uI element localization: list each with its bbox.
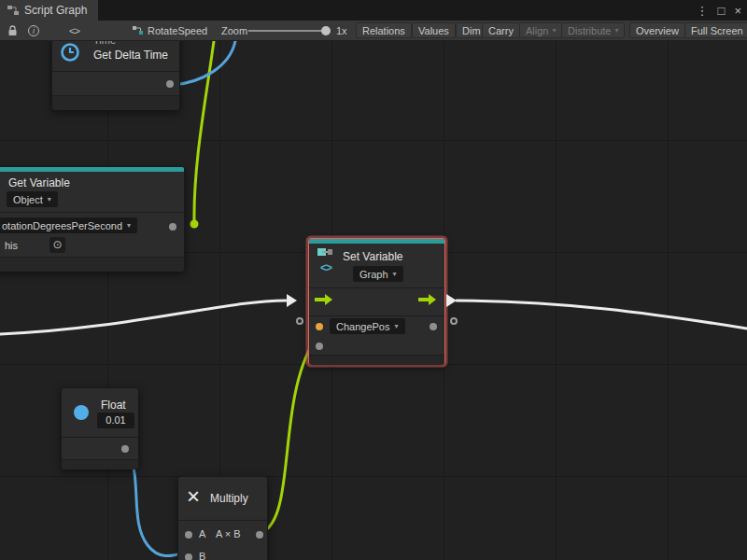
node-set-variable[interactable]: <> Set Variable Graph ▾ ChangePos ▾	[308, 238, 445, 365]
zoom-label: Zoom	[221, 21, 247, 40]
variable-name-port[interactable]	[316, 323, 323, 330]
chevron-down-icon: ▾	[48, 196, 51, 203]
close-icon[interactable]: ×	[734, 4, 741, 18]
node-title: Set Variable	[343, 250, 402, 263]
graph-name: RotateSpeed	[148, 25, 207, 36]
wire-endpoint-dot[interactable]	[190, 220, 199, 229]
chevron-down-icon: ▾	[393, 271, 397, 278]
flow-arrow-right-icon	[446, 294, 457, 307]
node-get-variable[interactable]: Get Variable Object ▾ otationDegreesPerS…	[0, 166, 185, 272]
input-a-port[interactable]	[185, 531, 192, 539]
values-button[interactable]: Values	[412, 22, 456, 38]
flow-output-arrow-icon[interactable]	[418, 298, 430, 301]
chevron-down-icon: ▾	[127, 222, 131, 230]
variable-name-dropdown[interactable]: ChangePos ▾	[330, 318, 405, 334]
scope-dropdown[interactable]: Object ▾	[7, 191, 58, 207]
variable-icon	[317, 247, 333, 259]
multiply-icon: ×	[187, 486, 200, 507]
chevron-down-icon: ▾	[395, 323, 399, 330]
node-title: Get Delta Time	[93, 49, 168, 62]
tab-bar: Script Graph ⋮ □ ×	[0, 0, 747, 21]
target-icon: ⊙	[52, 238, 62, 251]
scope-dropdown[interactable]: Graph ▾	[353, 266, 403, 282]
target-picker[interactable]: ⊙	[49, 237, 65, 253]
node-float[interactable]: Float 0.01	[61, 387, 139, 469]
node-footer	[52, 95, 179, 110]
variable-name-dropdown[interactable]: otationDegreesPerSecond ▾	[0, 217, 137, 233]
input-value-port[interactable]	[316, 343, 323, 350]
lock-icon	[7, 25, 18, 36]
divider	[0, 212, 184, 213]
tab-script-graph[interactable]: Script Graph	[0, 0, 98, 21]
node-category: Time	[93, 41, 116, 46]
divider	[309, 287, 444, 288]
hollow-port-right[interactable]	[450, 317, 458, 325]
divider	[62, 437, 138, 438]
code-view-button[interactable]: <>	[69, 21, 79, 40]
window-controls: ⋮ □ ×	[697, 0, 741, 21]
accent-stripe	[0, 167, 184, 172]
input-a-label: A	[199, 528, 205, 539]
flow-input-arrow-icon[interactable]	[315, 298, 326, 301]
output-port[interactable]	[166, 80, 174, 88]
hollow-port-left[interactable]	[296, 317, 303, 325]
divider	[52, 71, 179, 72]
maximize-icon[interactable]: □	[718, 4, 726, 18]
clock-icon	[60, 42, 80, 63]
info-icon: i	[28, 25, 39, 36]
input-b-label: B	[199, 551, 205, 560]
full-screen-button[interactable]: Full Screen	[684, 22, 747, 38]
wire-flow-out[interactable]	[457, 301, 747, 329]
output-port[interactable]	[169, 223, 176, 231]
zoom-slider[interactable]	[248, 30, 327, 32]
overview-button[interactable]: Overview	[629, 22, 685, 38]
zoom-value: 1x	[336, 21, 347, 40]
distribute-button[interactable]: Distribute ▾	[561, 22, 625, 38]
window-menu-icon[interactable]: ⋮	[697, 4, 709, 18]
graph-icon: <>	[320, 261, 331, 274]
chevron-down-icon: ▾	[552, 27, 556, 35]
node-footer	[0, 257, 184, 272]
output-port[interactable]	[256, 531, 263, 539]
value-input[interactable]: 0.01	[97, 413, 134, 428]
node-title: Multiply	[210, 492, 248, 505]
float-icon	[74, 405, 89, 420]
node-footer	[309, 355, 444, 365]
graph-toolbar: i <> RotateSpeed Zoom 1x Relations Value…	[0, 21, 747, 41]
node-multiply[interactable]: × Multiply A A × B B	[177, 476, 268, 560]
node-footer	[62, 459, 138, 469]
relations-button[interactable]: Relations	[356, 22, 412, 38]
graph-breadcrumb[interactable]: RotateSpeed	[133, 21, 207, 40]
divider	[309, 315, 444, 316]
wire-to-delta-node[interactable]	[174, 41, 235, 85]
output-port[interactable]	[121, 445, 129, 453]
chevron-down-icon: ▾	[614, 27, 618, 35]
wire-multiply-to-set-variable[interactable]	[261, 342, 314, 533]
wire-flow-in[interactable]	[0, 301, 286, 334]
script-graph-icon	[7, 5, 19, 16]
output-label: A × B	[216, 528, 241, 539]
node-title: Get Variable	[8, 176, 70, 189]
align-button[interactable]: Align ▾	[519, 22, 562, 38]
node-get-delta-time[interactable]: Time Get Delta Time	[51, 41, 180, 110]
flow-arrow-left-icon	[287, 294, 297, 307]
wire-delta-time[interactable]	[194, 41, 214, 222]
zoom-slider-handle[interactable]	[321, 26, 331, 35]
code-icon: <>	[69, 25, 79, 36]
output-value-port[interactable]	[430, 323, 437, 330]
divider	[178, 520, 267, 521]
graph-asset-icon	[133, 25, 143, 35]
graph-canvas[interactable]: Time Get Delta Time Get Variable Object …	[0, 41, 747, 560]
carry-button[interactable]: Carry	[482, 22, 520, 38]
info-button[interactable]: i	[28, 21, 39, 40]
tab-title: Script Graph	[24, 4, 87, 17]
node-title: Float	[101, 399, 126, 412]
this-label: his	[5, 240, 18, 251]
input-b-port[interactable]	[185, 553, 192, 560]
accent-stripe	[309, 239, 444, 244]
lock-button[interactable]	[7, 21, 18, 40]
